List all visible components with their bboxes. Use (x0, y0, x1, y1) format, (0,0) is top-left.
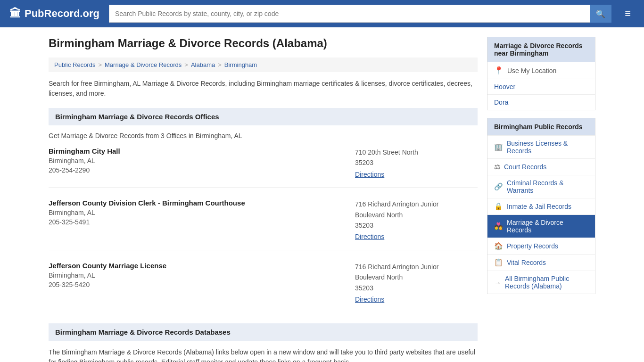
sidebar-item-dora[interactable]: Dora (487, 94, 595, 110)
office-address1-2: 716 Richard Arrington Junior (355, 199, 478, 209)
breadcrumb: Public Records > Marriage & Divorce Reco… (49, 58, 478, 72)
breadcrumb-sep-3: > (218, 61, 222, 68)
logo-icon: 🏛 (9, 7, 21, 20)
house-icon: 🏠 (494, 242, 503, 250)
directions-link-3[interactable]: Directions (355, 294, 478, 304)
table-row: Birmingham City Hall Birmingham, AL 205-… (49, 147, 478, 188)
breadcrumb-public-records[interactable]: Public Records (54, 61, 95, 68)
clipboard-icon: 📋 (494, 258, 503, 267)
search-button[interactable]: 🔍 (590, 5, 611, 23)
logo[interactable]: 🏛 PubRecord.org (9, 7, 99, 20)
databases-description: The Birmingham Marriage & Divorce Record… (49, 347, 478, 362)
office-phone-3: 205-325-5420 (49, 281, 346, 288)
menu-button[interactable]: ≡ (621, 6, 635, 22)
use-my-location-button[interactable]: 📍 Use My Location (487, 62, 595, 79)
office-city-2: Birmingham, AL (49, 209, 346, 216)
page-title: Birmingham Marriage & Divorce Records (A… (49, 37, 478, 50)
public-records-section-header: Birmingham Public Records (487, 118, 595, 135)
sidebar-item-vital-records[interactable]: 📋 Vital Records (487, 254, 595, 271)
sidebar-item-criminal-records[interactable]: 🔗 Criminal Records & Warrants (487, 175, 595, 198)
sidebar-item-property-records[interactable]: 🏠 Property Records (487, 238, 595, 254)
office-address3-3: 35203 (355, 283, 478, 293)
offices-section-header: Birmingham Marriage & Divorce Records Of… (49, 108, 478, 125)
sidebar-item-court-records-label: Court Records (504, 163, 546, 171)
directions-link-2[interactable]: Directions (355, 231, 478, 242)
office-address2-2: Boulevard North (355, 210, 478, 220)
office-name-3: Jefferson County Marriage License (49, 262, 346, 270)
breadcrumb-marriage-records[interactable]: Marriage & Divorce Records (105, 61, 182, 68)
office-right-2: 716 Richard Arrington Junior Boulevard N… (355, 199, 478, 242)
breadcrumb-birmingham[interactable]: Birmingham (224, 61, 257, 68)
breadcrumb-sep-2: > (184, 61, 188, 68)
table-row: Jefferson County Marriage License Birmin… (49, 262, 478, 313)
office-address1-3: 716 Richard Arrington Junior (355, 262, 478, 272)
office-address2-1: 35203 (355, 157, 478, 168)
sidebar-item-vital-records-label: Vital Records (507, 259, 546, 266)
office-left-3: Jefferson County Marriage License Birmin… (49, 262, 355, 305)
logo-text: PubRecord.org (25, 8, 99, 20)
sidebar-item-court-records[interactable]: ⚖ Court Records (487, 158, 595, 175)
office-address2-3: Boulevard North (355, 272, 478, 282)
sidebar-item-inmate-records[interactable]: 🔒 Inmate & Jail Records (487, 198, 595, 214)
office-address1-1: 710 20th Street North (355, 147, 478, 157)
office-right-3: 716 Richard Arrington Junior Boulevard N… (355, 262, 478, 305)
office-left-2: Jefferson County Division Clerk - Birmin… (49, 199, 355, 242)
arrow-right-icon: → (494, 279, 501, 287)
nearby-section-header: Marriage & Divorce Records near Birmingh… (487, 37, 595, 62)
office-left-1: Birmingham City Hall Birmingham, AL 205-… (49, 147, 355, 180)
sidebar-item-criminal-records-label: Criminal Records & Warrants (507, 179, 588, 194)
breadcrumb-alabama[interactable]: Alabama (191, 61, 215, 68)
sidebar-item-all-records[interactable]: → All Birmingham Public Records (Alabama… (487, 271, 595, 294)
scales-icon: ⚖ (494, 163, 500, 171)
briefcase-icon: 🏢 (494, 143, 503, 151)
office-phone-1: 205-254-2290 (49, 166, 346, 174)
nearby-section: Marriage & Divorce Records near Birmingh… (487, 37, 595, 110)
search-area: 🔍 (109, 5, 611, 23)
link-icon: 🔗 (494, 182, 503, 191)
breadcrumb-sep-1: > (98, 61, 102, 68)
office-name-2: Jefferson County Division Clerk - Birmin… (49, 199, 346, 207)
sidebar-item-business-licenses-label: Business Licenses & Records (507, 140, 588, 155)
sidebar: Marriage & Divorce Records near Birmingh… (487, 37, 595, 362)
sidebar-item-business-licenses[interactable]: 🏢 Business Licenses & Records (487, 135, 595, 158)
office-phone-2: 205-325-5491 (49, 218, 346, 226)
header: 🏛 PubRecord.org 🔍 ≡ (0, 0, 644, 27)
content-area: Birmingham Marriage & Divorce Records (A… (49, 37, 478, 362)
office-city-1: Birmingham, AL (49, 157, 346, 165)
sidebar-item-all-records-label: All Birmingham Public Records (Alabama) (505, 275, 588, 290)
nearby-hoover-label: Hoover (494, 83, 515, 90)
location-pin-icon: 📍 (494, 66, 504, 75)
sidebar-item-property-records-label: Property Records (507, 242, 558, 250)
rings-icon: 💑 (494, 222, 503, 230)
public-records-section: Birmingham Public Records 🏢 Business Lic… (487, 118, 595, 294)
page-description: Search for free Birmingham, AL Marriage … (49, 79, 478, 99)
office-list: Birmingham City Hall Birmingham, AL 205-… (49, 147, 478, 312)
main-container: Birmingham Marriage & Divorce Records (A… (39, 27, 605, 362)
hamburger-icon: ≡ (625, 8, 631, 19)
databases-section: Birmingham Marriage & Divorce Records Da… (49, 323, 478, 362)
search-icon: 🔍 (596, 10, 605, 18)
office-city-3: Birmingham, AL (49, 272, 346, 279)
sidebar-item-hoover[interactable]: Hoover (487, 79, 595, 94)
directions-link-1[interactable]: Directions (355, 169, 478, 180)
office-address3-2: 35203 (355, 220, 478, 230)
office-name-1: Birmingham City Hall (49, 147, 346, 155)
lock-icon: 🔒 (494, 202, 503, 211)
databases-section-header: Birmingham Marriage & Divorce Records Da… (49, 323, 478, 341)
offices-subtext: Get Marriage & Divorce Records from 3 Of… (49, 132, 478, 140)
sidebar-item-inmate-records-label: Inmate & Jail Records (507, 203, 571, 210)
office-right-1: 710 20th Street North 35203 Directions (355, 147, 478, 180)
sidebar-item-marriage-records-label: Marriage & Divorce Records (507, 219, 588, 234)
nearby-dora-label: Dora (494, 99, 508, 106)
use-location-label: Use My Location (507, 67, 556, 74)
table-row: Jefferson County Division Clerk - Birmin… (49, 199, 478, 250)
search-input[interactable] (109, 5, 590, 23)
sidebar-item-marriage-records[interactable]: 💑 Marriage & Divorce Records (487, 214, 595, 238)
